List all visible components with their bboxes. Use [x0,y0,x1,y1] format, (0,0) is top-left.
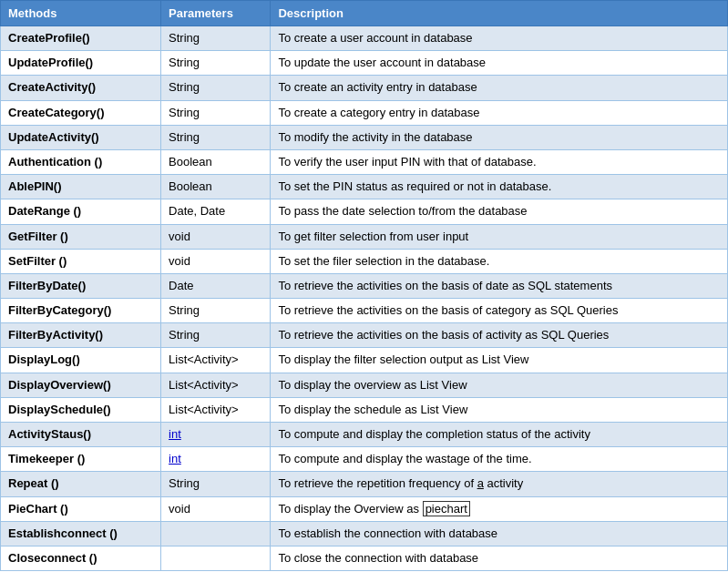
parameters-cell: Boolean [161,175,271,199]
method-cell: DisplayLog() [1,348,161,373]
table-row: FilterByDate()DateTo retrieve the activi… [1,273,728,298]
description-cell: To display the Overview as piechart [271,496,728,521]
method-cell: ActivityStaus() [1,423,161,447]
description-cell: To compute and display the completion st… [271,423,728,447]
parameters-cell: int [161,423,271,447]
header-description: Description [271,1,728,26]
parameters-cell: String [161,125,271,149]
method-cell: CreateActivity() [1,76,161,100]
parameters-cell: String [161,323,271,348]
parameters-cell [161,521,271,546]
description-cell: To retrieve the activities on the basis … [271,299,728,323]
table-row: Timekeeper ()intTo compute and display t… [1,447,728,472]
parameters-cell: String [161,299,271,323]
description-cell: To set the filer selection in the databa… [271,249,728,273]
method-cell: FilterByActivity() [1,323,161,348]
parameters-cell: Boolean [161,149,271,174]
method-cell: Authentication () [1,149,161,174]
method-cell: CreateCategory() [1,100,161,125]
table-row: PieChart ()voidTo display the Overview a… [1,496,728,521]
table-row: UpdateProfile()StringTo update the user … [1,51,728,76]
table-row: DisplayOverview()List<Activity>To displa… [1,373,728,397]
description-cell: To create a category entry in database [271,100,728,125]
description-cell: To modify the activity in the database [271,125,728,149]
parameters-cell: Date, Date [161,199,271,224]
method-cell: Establishconnect () [1,521,161,546]
description-cell: To update the user account in database [271,51,728,76]
table-row: CreateCategory()StringTo create a catego… [1,100,728,125]
parameters-cell [161,546,271,570]
table-row: Authentication ()BooleanTo verify the us… [1,149,728,174]
method-cell: AblePIN() [1,175,161,199]
header-methods: Methods [1,1,161,26]
description-cell: To establish the connection with databas… [271,521,728,546]
parameters-cell: int [161,447,271,472]
table-row: Closeconnect ()To close the connection w… [1,546,728,570]
description-cell: To retrieve the activities on the basis … [271,323,728,348]
parameters-cell: void [161,224,271,249]
method-cell: UpdateProfile() [1,51,161,76]
table-row: DisplaySchedule()List<Activity>To displa… [1,397,728,422]
table-row: GetFilter ()voidTo get filter selection … [1,224,728,249]
table-row: AblePIN()BooleanTo set the PIN status as… [1,175,728,199]
method-cell: DisplayOverview() [1,373,161,397]
parameters-cell: void [161,496,271,521]
table-row: CreateActivity()StringTo create an activ… [1,76,728,100]
header-parameters: Parameters [161,1,271,26]
parameters-cell: String [161,472,271,496]
parameters-cell: List<Activity> [161,397,271,422]
description-cell: To retrieve the activities on the basis … [271,273,728,298]
table-row: FilterByActivity()StringTo retrieve the … [1,323,728,348]
description-cell: To compute and display the wastage of th… [271,447,728,472]
method-cell: Repeat () [1,472,161,496]
method-cell: Closeconnect () [1,546,161,570]
parameters-cell: String [161,51,271,76]
methods-table: Methods Parameters Description CreatePro… [0,0,728,571]
parameters-cell: String [161,26,271,51]
method-cell: CreateProfile() [1,26,161,51]
parameters-cell: void [161,249,271,273]
table-row: UpdateActivity()StringTo modify the acti… [1,125,728,149]
parameters-cell: List<Activity> [161,373,271,397]
method-cell: DateRange () [1,199,161,224]
method-cell: UpdateActivity() [1,125,161,149]
method-cell: SetFilter () [1,249,161,273]
table-row: ActivityStaus()intTo compute and display… [1,423,728,447]
description-cell: To close the connection with database [271,546,728,570]
method-cell: Timekeeper () [1,447,161,472]
parameters-cell: List<Activity> [161,348,271,373]
description-cell: To display the filter selection output a… [271,348,728,373]
table-row: Establishconnect ()To establish the conn… [1,521,728,546]
table-row: CreateProfile()StringTo create a user ac… [1,26,728,51]
table-row: Repeat ()StringTo retrieve the repetitio… [1,472,728,496]
description-cell: To verify the user input PIN with that o… [271,149,728,174]
description-cell: To get filter selection from user input [271,224,728,249]
parameters-cell: Date [161,273,271,298]
methods-table-container: Methods Parameters Description CreatePro… [0,0,728,571]
method-cell: FilterByCategory() [1,299,161,323]
table-header-row: Methods Parameters Description [1,1,728,26]
method-cell: DisplaySchedule() [1,397,161,422]
description-cell: To create an activity entry in database [271,76,728,100]
method-cell: GetFilter () [1,224,161,249]
parameters-cell: String [161,100,271,125]
table-row: DisplayLog()List<Activity>To display the… [1,348,728,373]
method-cell: FilterByDate() [1,273,161,298]
description-cell: To create a user account in database [271,26,728,51]
table-row: SetFilter ()voidTo set the filer selecti… [1,249,728,273]
table-row: DateRange ()Date, DateTo pass the date s… [1,199,728,224]
description-cell: To display the overview as List View [271,373,728,397]
description-cell: To set the PIN status as required or not… [271,175,728,199]
description-cell: To retrieve the repetition frequency of … [271,472,728,496]
table-row: FilterByCategory()StringTo retrieve the … [1,299,728,323]
parameters-cell: String [161,76,271,100]
description-cell: To display the schedule as List View [271,397,728,422]
method-cell: PieChart () [1,496,161,521]
description-cell: To pass the date selection to/from the d… [271,199,728,224]
